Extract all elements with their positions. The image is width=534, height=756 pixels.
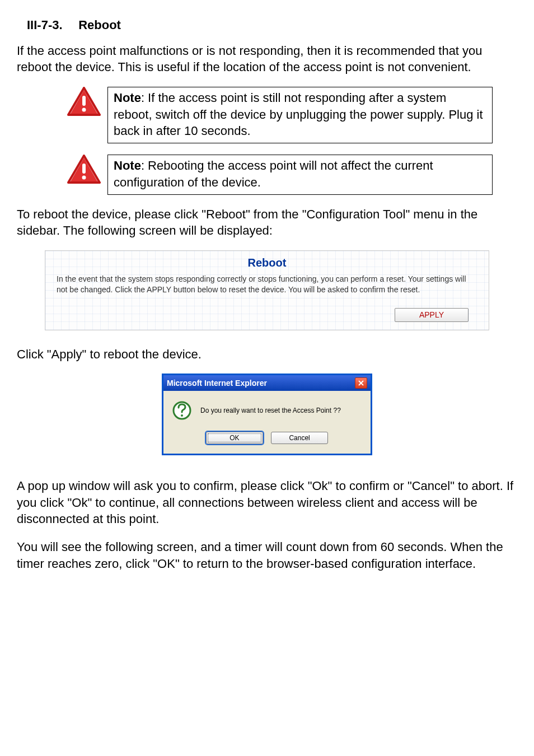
- note-block: Note: Rebooting the access point will no…: [67, 155, 493, 194]
- note-block: Note: If the access point is still not r…: [67, 87, 493, 143]
- click-apply-paragraph: Click "Apply" to reboot the device.: [17, 346, 517, 363]
- close-button[interactable]: [355, 377, 367, 389]
- note-label: Note: [114, 158, 141, 172]
- apply-button[interactable]: APPLY: [395, 308, 469, 322]
- heading-number: III-7-3.: [27, 17, 75, 34]
- note-label: Note: [114, 91, 141, 105]
- svg-rect-2: [82, 96, 86, 106]
- timer-paragraph: You will see the following screen, and a…: [17, 539, 517, 572]
- heading-title: Reboot: [78, 18, 121, 32]
- intro-paragraph: If the access point malfunctions or is n…: [17, 43, 517, 76]
- section-heading: III-7-3. Reboot: [17, 17, 517, 34]
- svg-point-11: [181, 414, 183, 417]
- note-text: : Rebooting the access point will not af…: [114, 158, 433, 189]
- svg-point-7: [82, 176, 86, 180]
- cancel-button[interactable]: Cancel: [271, 432, 328, 444]
- warning-icon: [67, 87, 101, 122]
- ok-button[interactable]: OK: [206, 432, 263, 444]
- reboot-panel-desc: In the event that the system stops respo…: [54, 274, 480, 295]
- note-box: Note: If the access point is still not r…: [107, 87, 493, 143]
- popup-paragraph: A pop up window will ask you to confirm,…: [17, 478, 517, 528]
- question-icon: [172, 401, 191, 420]
- note-box: Note: Rebooting the access point will no…: [107, 155, 493, 194]
- reboot-panel-title: Reboot: [54, 255, 480, 270]
- to-reboot-paragraph: To reboot the device, please click "Rebo…: [17, 206, 517, 239]
- close-icon: [358, 380, 364, 386]
- note-text: : If the access point is still not respo…: [114, 91, 483, 138]
- confirm-dialog: Microsoft Internet Explorer Do you reall…: [162, 374, 372, 455]
- dialog-titlebar: Microsoft Internet Explorer: [163, 375, 371, 391]
- svg-rect-6: [82, 164, 86, 174]
- dialog-title-text: Microsoft Internet Explorer: [167, 378, 267, 389]
- svg-point-3: [82, 108, 86, 112]
- dialog-message: Do you really want to reset the Access P…: [200, 406, 341, 415]
- warning-icon: [67, 155, 101, 189]
- reboot-panel: Reboot In the event that the system stop…: [45, 250, 489, 330]
